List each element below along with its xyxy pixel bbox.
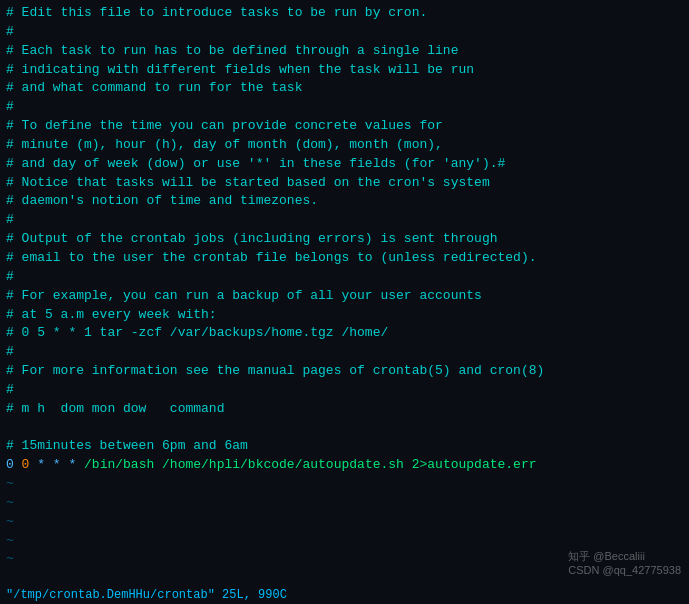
terminal-line: # m h dom mon dow command	[6, 400, 683, 419]
terminal-line: #	[6, 23, 683, 42]
terminal-content: # Edit this file to introduce tasks to b…	[6, 4, 683, 569]
terminal-line: # For example, you can run a backup of a…	[6, 287, 683, 306]
watermark: 知乎 @BeccaliiiCSDN @qq_42775938	[568, 549, 681, 576]
terminal-line: # Output of the crontab jobs (including …	[6, 230, 683, 249]
terminal-line: # and day of week (dow) or use '*' in th…	[6, 155, 683, 174]
terminal-line: # indicating with different fields when …	[6, 61, 683, 80]
terminal-window: # Edit this file to introduce tasks to b…	[0, 0, 689, 604]
terminal-line	[6, 419, 683, 438]
terminal-line: # Edit this file to introduce tasks to b…	[6, 4, 683, 23]
status-bar: "/tmp/crontab.DemHHu/crontab" 25L, 990C	[0, 586, 689, 604]
terminal-line: # For more information see the manual pa…	[6, 362, 683, 381]
terminal-line: ~	[6, 532, 683, 551]
terminal-line: # and what command to run for the task	[6, 79, 683, 98]
terminal-line: # minute (m), hour (h), day of month (do…	[6, 136, 683, 155]
terminal-line: ~	[6, 513, 683, 532]
status-text: "/tmp/crontab.DemHHu/crontab" 25L, 990C	[6, 588, 287, 602]
terminal-line: # email to the user the crontab file bel…	[6, 249, 683, 268]
terminal-line: #	[6, 268, 683, 287]
terminal-line: # at 5 a.m every week with:	[6, 306, 683, 325]
terminal-line: #	[6, 381, 683, 400]
terminal-line: 0 0 * * * /bin/bash /home/hpli/bkcode/au…	[6, 456, 683, 475]
terminal-line: #	[6, 98, 683, 117]
terminal-line: ~	[6, 475, 683, 494]
terminal-line: # To define the time you can provide con…	[6, 117, 683, 136]
terminal-line: #	[6, 343, 683, 362]
terminal-line: # Notice that tasks will be started base…	[6, 174, 683, 193]
terminal-line: # 0 5 * * 1 tar -zcf /var/backups/home.t…	[6, 324, 683, 343]
terminal-line: # daemon's notion of time and timezones.	[6, 192, 683, 211]
terminal-line: ~	[6, 494, 683, 513]
terminal-line: #	[6, 211, 683, 230]
terminal-line: # 15minutes between 6pm and 6am	[6, 437, 683, 456]
terminal-line: # Each task to run has to be defined thr…	[6, 42, 683, 61]
